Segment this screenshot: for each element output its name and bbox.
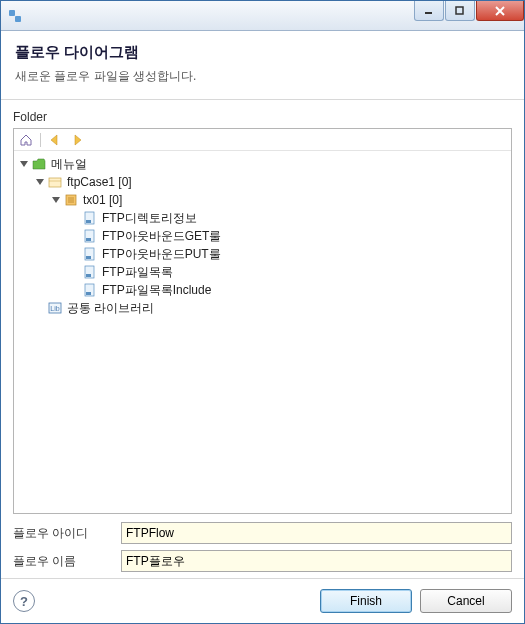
tree-label: FTP아웃바운드PUT룰: [102, 246, 221, 263]
maximize-button[interactable]: [445, 1, 475, 21]
folder-tree[interactable]: 메뉴얼 ftpCase1 [0]: [14, 151, 511, 513]
svg-rect-1: [456, 7, 463, 14]
dialog-title: 플로우 다이어그램: [15, 43, 510, 62]
tree-leaf[interactable]: FTP파일목록Include: [14, 281, 511, 299]
help-button[interactable]: ?: [13, 590, 35, 612]
document-orange-icon: [63, 192, 79, 208]
finish-button[interactable]: Finish: [320, 589, 412, 613]
flow-id-label: 플로우 아이디: [13, 525, 121, 542]
svg-rect-13: [86, 238, 91, 241]
folder-label: Folder: [13, 110, 512, 124]
window-controls: [413, 1, 524, 30]
tree-label: ftpCase1 [0]: [67, 175, 132, 189]
app-icon: [7, 8, 23, 24]
tree-label: FTP디렉토리정보: [102, 210, 197, 227]
expander-placeholder: [34, 302, 46, 314]
form-area: 플로우 아이디 플로우 이름: [13, 522, 512, 578]
file-blue-icon: [82, 282, 98, 298]
svg-text:Lib: Lib: [50, 305, 59, 312]
expander-icon[interactable]: [50, 194, 62, 206]
tree-node-root[interactable]: 메뉴얼: [14, 155, 511, 173]
home-icon[interactable]: [18, 132, 34, 148]
finish-button-label: Finish: [350, 594, 382, 608]
flow-id-row: 플로우 아이디: [13, 522, 512, 544]
tree-leaf[interactable]: FTP아웃바운드PUT룰: [14, 245, 511, 263]
svg-rect-17: [86, 274, 91, 277]
file-blue-icon: [82, 210, 98, 226]
svg-rect-4: [49, 178, 61, 187]
folder-toolbar: [14, 129, 511, 151]
back-arrow-icon[interactable]: [47, 132, 63, 148]
file-blue-icon: [82, 246, 98, 262]
svg-rect-15: [86, 256, 91, 259]
package-icon: [47, 174, 63, 190]
close-button[interactable]: [476, 1, 524, 21]
toolbar-separator: [40, 133, 41, 147]
titlebar[interactable]: [1, 1, 524, 31]
svg-rect-19: [86, 292, 91, 295]
expander-icon[interactable]: [34, 176, 46, 188]
flow-id-input[interactable]: [121, 522, 512, 544]
flow-name-row: 플로우 이름: [13, 550, 512, 572]
tree-node-ftpcase[interactable]: ftpCase1 [0]: [14, 173, 511, 191]
folder-browser: 메뉴얼 ftpCase1 [0]: [13, 128, 512, 514]
tree-leaf[interactable]: FTP파일목록: [14, 263, 511, 281]
file-blue-icon: [82, 264, 98, 280]
minimize-button[interactable]: [414, 1, 444, 21]
tree-node-library[interactable]: Lib 공통 라이브러리: [14, 299, 511, 317]
svg-rect-11: [86, 220, 91, 223]
flow-name-label: 플로우 이름: [13, 553, 121, 570]
expander-icon[interactable]: [18, 158, 30, 170]
tree-label: tx01 [0]: [83, 193, 122, 207]
tree-label: 공통 라이브러리: [67, 300, 154, 317]
tree-label: FTP파일목록Include: [102, 282, 211, 299]
dialog-header: 플로우 다이어그램 새로운 플로우 파일을 생성합니다.: [1, 31, 524, 100]
dialog-footer: ? Finish Cancel: [1, 578, 524, 623]
help-icon: ?: [20, 594, 28, 609]
tree-label: FTP아웃바운드GET룰: [102, 228, 221, 245]
tree-label: 메뉴얼: [51, 156, 87, 173]
library-icon: Lib: [47, 300, 63, 316]
folder-green-icon: [31, 156, 47, 172]
content-area: Folder: [1, 100, 524, 578]
tree-node-tx01[interactable]: tx01 [0]: [14, 191, 511, 209]
tree-label: FTP파일목록: [102, 264, 173, 281]
dialog-window: 플로우 다이어그램 새로운 플로우 파일을 생성합니다. Folder: [0, 0, 525, 624]
flow-name-input[interactable]: [121, 550, 512, 572]
dialog-subtitle: 새로운 플로우 파일을 생성합니다.: [15, 68, 510, 85]
cancel-button[interactable]: Cancel: [420, 589, 512, 613]
cancel-button-label: Cancel: [447, 594, 484, 608]
forward-arrow-icon[interactable]: [69, 132, 85, 148]
file-blue-icon: [82, 228, 98, 244]
tree-leaf[interactable]: FTP디렉토리정보: [14, 209, 511, 227]
tree-leaf[interactable]: FTP아웃바운드GET룰: [14, 227, 511, 245]
